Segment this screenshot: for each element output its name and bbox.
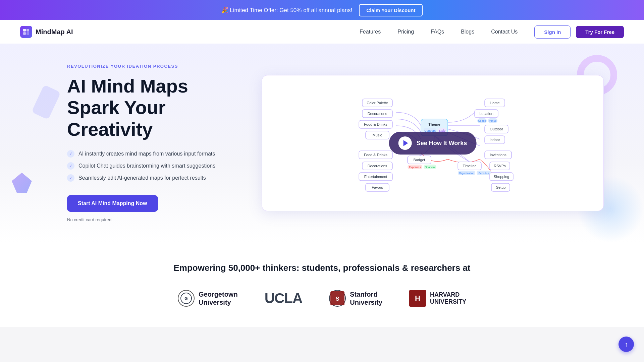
svg-text:Location: Location [479,112,493,116]
cta-button[interactable]: Start AI Mind Mapping Now [67,195,158,212]
svg-text:Invitations: Invitations [490,153,506,157]
check-icon-2: ✓ [67,162,74,170]
see-how-label: See How It Works [417,140,467,147]
hero-section: REVOLUTIONIZE YOUR IDEATION PROCESS AI M… [0,44,644,243]
svg-text:S: S [336,296,339,302]
svg-rect-3 [26,32,29,35]
try-free-button[interactable]: Try For Free [576,26,624,38]
deco-crystal [10,171,34,194]
hero-features: ✓ AI instantly creates mind maps from va… [67,150,235,182]
svg-text:Financial: Financial [425,166,435,169]
top-banner: 🎉 Limited Time Offer: Get 50% off all an… [0,0,644,20]
check-icon-1: ✓ [67,150,74,158]
hero-title: AI Mind Maps Spark Your Creativity [67,75,235,140]
svg-text:Entertainment: Entertainment [364,175,387,179]
svg-text:Expenses: Expenses [409,166,421,169]
nav-faqs[interactable]: FAQs [431,29,444,35]
svg-text:Home: Home [490,101,499,105]
ucla-text: UCLA [265,290,303,306]
nav-features[interactable]: Features [360,29,381,35]
svg-text:Decorations: Decorations [368,164,387,168]
harvard-name: HARVARDUNIVERSITY [430,291,466,306]
svg-text:G: G [184,296,187,301]
deco-rect [32,85,61,120]
signin-button[interactable]: Sign In [534,25,571,39]
svg-text:Indoor: Indoor [489,138,500,142]
svg-text:Favors: Favors [372,185,383,189]
scroll-to-top-button[interactable]: ↑ [619,337,634,352]
svg-text:Outdoor: Outdoor [490,127,503,131]
nav-pricing[interactable]: Pricing [397,29,414,35]
hero-content: REVOLUTIONIZE YOUR IDEATION PROCESS AI M… [67,64,235,223]
svg-rect-0 [23,29,26,32]
svg-text:RSVPs: RSVPs [494,164,506,168]
svg-text:Decorations: Decorations [368,112,387,116]
svg-text:Food & Drinks: Food & Drinks [364,153,387,157]
svg-text:Timeline: Timeline [463,164,476,168]
navbar: MindMap AI Features Pricing FAQs Blogs C… [0,20,644,44]
stanford-logo: S StanfordUniversity [329,290,382,307]
feature-2-text: Copilot Chat guides brainstorming with s… [78,163,215,169]
svg-marker-4 [12,173,32,193]
banner-text: 🎉 Limited Time Offer: Get 50% off all an… [221,7,353,14]
svg-text:Color Palette: Color Palette [367,101,388,105]
ucla-logo: UCLA [265,290,303,306]
svg-text:Schedule: Schedule [478,172,490,175]
nav-contact[interactable]: Contact Us [491,29,518,35]
feature-2: ✓ Copilot Chat guides brainstorming with… [67,162,235,170]
svg-rect-2 [23,32,26,35]
feature-1: ✓ AI instantly creates mind maps from va… [67,150,235,158]
hero-visual: Color Palette Decorations Food & Drinks … [262,75,604,211]
claim-discount-button[interactable]: Claim Your Discount [359,4,423,16]
svg-text:Food & Drinks: Food & Drinks [364,122,387,126]
nav-actions: Sign In Try For Free [534,25,624,39]
logo-icon [20,26,32,38]
mindmap-preview: Color Palette Decorations Food & Drinks … [262,75,604,211]
svg-text:Music: Music [373,133,382,137]
university-logos: G GeorgetownUniversity UCLA S StanfordUn… [40,290,604,307]
play-icon [398,136,412,150]
svg-text:Setup: Setup [496,185,506,189]
stanford-icon: S [329,290,346,307]
harvard-logo: H HARVARDUNIVERSITY [409,290,466,307]
social-proof-title: Empowering 50,000+ thinkers: students, p… [40,263,604,273]
feature-1-text: AI instantly creates mind maps from vari… [78,151,215,157]
harvard-icon: H [409,290,426,307]
svg-text:Organization: Organization [459,172,474,175]
svg-rect-1 [26,29,29,32]
social-proof-section: Empowering 50,000+ thinkers: students, p… [0,243,644,327]
play-triangle [403,140,408,146]
svg-text:Venue: Venue [489,119,497,122]
feature-3-text: Seamlessly edit AI-generated maps for pe… [78,175,206,181]
stanford-name: StanfordUniversity [350,290,382,306]
check-icon-3: ✓ [67,174,74,182]
nav-links: Features Pricing FAQs Blogs Contact Us [360,29,518,35]
georgetown-logo: G GeorgetownUniversity [178,290,238,307]
see-how-it-works-button[interactable]: See How It Works [389,132,477,155]
feature-3: ✓ Seamlessly edit AI-generated maps for … [67,174,235,182]
svg-text:Space: Space [478,119,486,122]
svg-text:Theme: Theme [428,122,440,126]
georgetown-name: GeorgetownUniversity [199,290,238,306]
svg-text:Budget: Budget [414,158,425,162]
svg-text:Shopping: Shopping [494,175,509,179]
georgetown-icon: G [178,290,195,307]
logo[interactable]: MindMap AI [20,26,73,38]
logo-text: MindMap AI [36,28,73,36]
hero-tag: REVOLUTIONIZE YOUR IDEATION PROCESS [67,64,235,69]
nav-blogs[interactable]: Blogs [461,29,474,35]
no-cc-text: No credit card required [67,217,111,222]
